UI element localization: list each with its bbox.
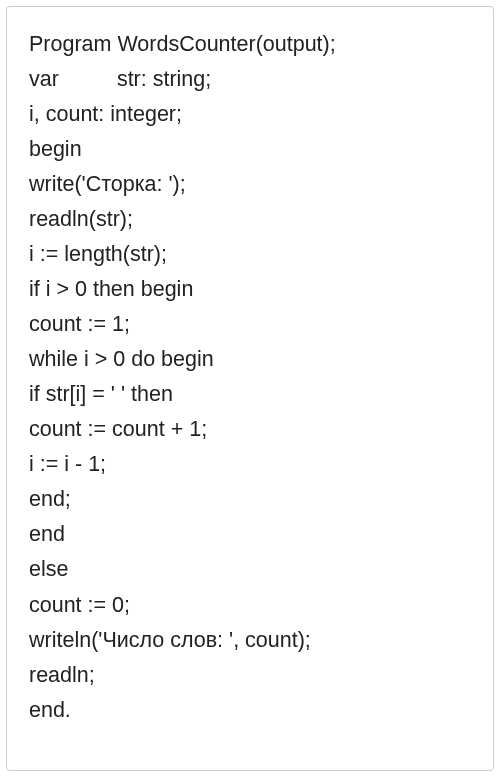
code-line: readln(str); [29,202,471,237]
code-line: i := i - 1; [29,447,471,482]
code-line: write('Сторка: '); [29,167,471,202]
code-line: if i > 0 then begin [29,272,471,307]
code-container: Program WordsCounter(output); varstr: st… [6,6,494,771]
code-line: readln; [29,658,471,693]
code-line: end [29,517,471,552]
code-line: while i > 0 do begin [29,342,471,377]
var-keyword: var [29,67,59,91]
code-line: if str[i] = ' ' then [29,377,471,412]
code-line: count := 0; [29,588,471,623]
var-decl: str: string; [117,67,211,91]
code-line: i, count: integer; [29,97,471,132]
code-line: count := count + 1; [29,412,471,447]
code-line: end. [29,693,471,728]
code-line: writeln('Число слов: ', count); [29,623,471,658]
code-line: begin [29,132,471,167]
code-line: else [29,552,471,587]
code-line: i := length(str); [29,237,471,272]
code-line: varstr: string; [29,62,471,97]
code-line: Program WordsCounter(output); [29,27,471,62]
code-line: end; [29,482,471,517]
code-line: count := 1; [29,307,471,342]
